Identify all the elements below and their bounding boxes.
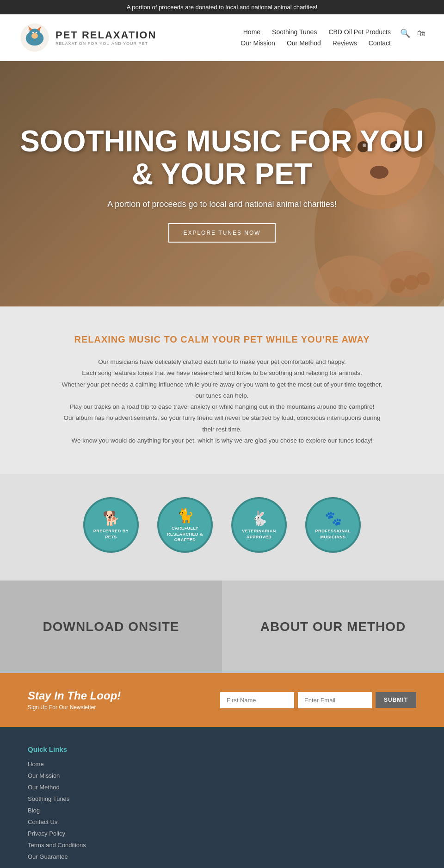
quick-links-heading: Quick Links — [28, 745, 416, 753]
nav-home[interactable]: Home — [243, 28, 260, 36]
nav-soothing-tunes[interactable]: Soothing Tunes — [272, 28, 317, 36]
middle-section: RELAXING MUSIC TO CALM YOUR PET WHILE YO… — [0, 306, 444, 474]
badge-vet: 🐇 VETERINARIAN APPROVED — [231, 497, 287, 553]
header-icons: 🔍 🛍 — [400, 28, 426, 38]
nav-our-method[interactable]: Our Method — [287, 39, 321, 47]
footer-link-terms[interactable]: Terms and Conditions — [28, 841, 416, 849]
badge-crafted-circle: 🐈 CAREFULLY RESEARCHED & CRAFTED — [157, 497, 213, 553]
logo-brand: Pet RelaXation — [56, 29, 156, 41]
badge-musicians: 🐾 PROFESSIONAL MUSICIANS — [305, 497, 361, 553]
middle-para-6: We know you would do anything for your p… — [60, 435, 384, 446]
cat-icon: 🐈 — [177, 507, 194, 524]
footer-link-guarantee[interactable]: Our Guarantee — [28, 852, 416, 861]
footer-link-soothing[interactable]: Soothing Tunes — [28, 794, 416, 803]
badge-crafted: 🐈 CAREFULLY RESEARCHED & CRAFTED — [157, 497, 213, 553]
email-input[interactable] — [298, 692, 372, 708]
footer-link-method[interactable]: Our Method — [28, 783, 416, 791]
submit-button[interactable]: SUBMIT — [376, 692, 416, 708]
newsletter-heading: Stay In The Loop! — [28, 689, 121, 702]
newsletter-form: SUBMIT — [220, 692, 416, 708]
middle-para-4: Play our tracks on a road trip to ease t… — [60, 401, 384, 412]
badges-section: 🐕 PREFERRED BY PETS 🐈 CAREFULLY RESEARCH… — [0, 474, 444, 581]
header: Pet RelaXation Relaxation For You And Yo… — [0, 14, 444, 61]
download-onsite: DOWNLOAD ONSITE — [0, 581, 222, 673]
logo-text: Pet RelaXation Relaxation For You And Yo… — [56, 29, 156, 46]
nav-contact[interactable]: Contact — [369, 39, 391, 47]
cart-icon[interactable]: 🛍 — [417, 29, 426, 38]
rabbit-icon: 🐇 — [251, 510, 268, 526]
middle-text-content: Our musicians have delicately crafted ea… — [60, 356, 384, 446]
logo-area: Pet RelaXation Relaxation For You And Yo… — [18, 21, 156, 54]
newsletter-section: Stay In The Loop! Sign Up For Our Newsle… — [0, 673, 444, 727]
svg-point-20 — [329, 287, 346, 303]
badge-preferred-circle: 🐕 PREFERRED BY PETS — [83, 497, 139, 553]
nav-row-2: Our Mission Our Method Reviews Contact — [240, 39, 391, 47]
logo-sub: Relaxation For You And Your Pet — [56, 41, 156, 46]
svg-point-25 — [417, 272, 430, 285]
footer-link-privacy[interactable]: Privacy Policy — [28, 829, 416, 837]
paw-icon: 🐾 — [325, 510, 342, 526]
logo-icon — [18, 21, 51, 54]
firstname-input[interactable] — [220, 692, 294, 708]
badge-vet-circle: 🐇 VETERINARIAN APPROVED — [231, 497, 287, 553]
badge-preferred-text: PREFERRED BY PETS — [90, 528, 132, 540]
footer: Quick Links Home Our Mission Our Method … — [0, 727, 444, 868]
nav-row-1: Home Soothing Tunes CBD Oil Pet Products — [240, 28, 391, 36]
newsletter-text: Stay In The Loop! Sign Up For Our Newsle… — [28, 689, 121, 711]
newsletter-subtext: Sign Up For Our Newsletter — [28, 704, 121, 711]
banner-text: A portion of proceeds are donated to loc… — [127, 4, 318, 11]
svg-point-6 — [32, 32, 34, 34]
svg-point-22 — [358, 289, 373, 304]
badge-preferred: 🐕 PREFERRED BY PETS — [83, 497, 139, 553]
download-section: DOWNLOAD ONSITE ABOUT OUR METHOD — [0, 581, 444, 673]
svg-point-7 — [36, 32, 37, 34]
footer-link-blog[interactable]: Blog — [28, 806, 416, 814]
nav-area: Home Soothing Tunes CBD Oil Pet Products… — [240, 28, 391, 47]
hero-section: SOOTHING MUSIC FOR YOU & YOUR PET A port… — [0, 61, 444, 306]
download-onsite-title: DOWNLOAD ONSITE — [43, 619, 179, 634]
about-method-title: ABOUT OUR METHOD — [260, 619, 406, 634]
footer-link-home[interactable]: Home — [28, 760, 416, 768]
badge-musicians-text: PROFESSIONAL MUSICIANS — [312, 528, 354, 540]
hero-title: SOOTHING MUSIC FOR YOU & YOUR PET — [18, 125, 426, 190]
badge-musicians-circle: 🐾 PROFESSIONAL MUSICIANS — [305, 497, 361, 553]
quick-links: Quick Links Home Our Mission Our Method … — [28, 745, 416, 861]
svg-point-23 — [390, 278, 405, 293]
top-banner: A portion of proceeds are donated to loc… — [0, 0, 444, 14]
nav-cbd-products[interactable]: CBD Oil Pet Products — [328, 28, 391, 36]
svg-point-21 — [343, 289, 360, 306]
middle-para-5: Our album has no advertisements, so your… — [60, 412, 384, 435]
svg-point-5 — [31, 33, 38, 38]
svg-point-24 — [404, 275, 419, 290]
badge-vet-text: VETERINARIAN APPROVED — [238, 528, 280, 540]
nav-reviews[interactable]: Reviews — [333, 39, 357, 47]
middle-para-2: Each song features tones that we have re… — [60, 368, 384, 379]
footer-links-list: Home Our Mission Our Method Soothing Tun… — [28, 760, 416, 861]
footer-link-contact[interactable]: Contact Us — [28, 818, 416, 826]
footer-link-mission[interactable]: Our Mission — [28, 771, 416, 780]
relaxing-music-title: RELAXING MUSIC TO CALM YOUR PET WHILE YO… — [37, 334, 407, 345]
middle-para-1: Our musicians have delicately crafted ea… — [60, 356, 384, 368]
about-method: ABOUT OUR METHOD — [222, 581, 444, 673]
middle-para-3: Whether your pet needs a calming influen… — [60, 379, 384, 402]
explore-tunes-button[interactable]: EXPLORE TUNES NOW — [168, 223, 275, 243]
hero-content: SOOTHING MUSIC FOR YOU & YOUR PET A port… — [0, 125, 444, 243]
badge-crafted-text: CAREFULLY RESEARCHED & CRAFTED — [164, 525, 206, 543]
nav-our-mission[interactable]: Our Mission — [240, 39, 275, 47]
search-icon[interactable]: 🔍 — [400, 28, 410, 38]
hero-subtitle: A portion of proceeds go to local and na… — [18, 200, 426, 209]
dog-icon: 🐕 — [103, 510, 120, 526]
